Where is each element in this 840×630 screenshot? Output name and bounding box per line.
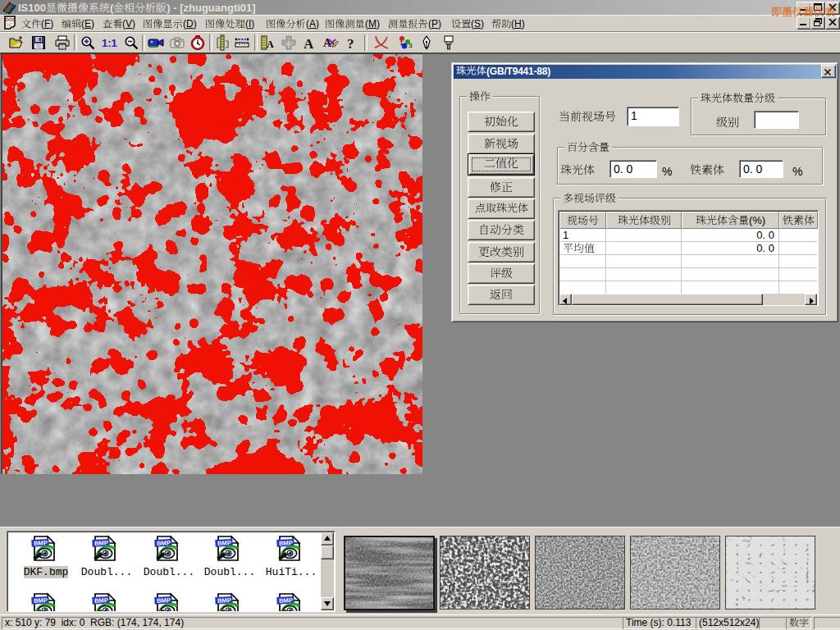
- svg-text:A: A: [267, 39, 274, 50]
- svg-text:DOC: DOC: [6, 17, 16, 22]
- svg-text:1: 1: [399, 39, 404, 47]
- svg-text:A: A: [304, 36, 314, 52]
- svg-text:3: 3: [409, 42, 413, 49]
- svg-text:?: ?: [347, 36, 354, 52]
- svg-text:1:1: 1:1: [102, 37, 117, 49]
